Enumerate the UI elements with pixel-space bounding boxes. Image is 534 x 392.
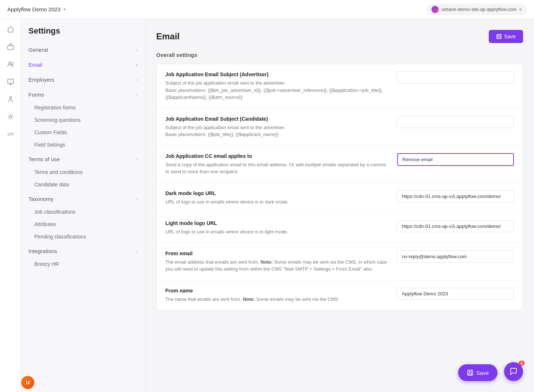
nav-section-general: General › (21, 43, 145, 57)
field-input-from-email[interactable] (397, 251, 514, 263)
nav-section-terms-of-use: Terms of use › Terms and conditions Cand… (21, 152, 145, 191)
field-label-candidate: Job Application Email Subject (Candidate… (165, 116, 397, 138)
nav-section-email-header[interactable]: Email › (21, 58, 145, 71)
overall-settings-label: Overall settings (156, 52, 523, 58)
sidebar-item-pending-classifications[interactable]: Pending classifications (21, 230, 145, 243)
topbar: Applyflow Demo 2023 ▾ urbane-demo-site.a… (0, 0, 534, 19)
nav-section-general-header[interactable]: General › (21, 43, 145, 57)
nav-section-integrations-chevron: › (136, 249, 138, 254)
save-button-top[interactable]: Save (489, 30, 523, 43)
sidebar-item-terms-and-conditions[interactable]: Terms and conditions (21, 166, 145, 178)
nav-section-taxonomy-header[interactable]: Taxonomy › (21, 192, 145, 206)
field-title-dark-logo: Dark mode logo URL (165, 190, 388, 196)
main-content: Email Save Overall settings Job Applicat… (145, 19, 534, 392)
field-label-from-name: From name The name that emails are sent … (165, 288, 397, 303)
nav-section-email: Email › (21, 58, 145, 71)
field-input-cc-email[interactable] (397, 153, 514, 166)
field-input-block-candidate (397, 116, 514, 128)
svg-rect-3 (8, 79, 14, 84)
chat-badge: 6 (519, 361, 525, 366)
email-settings-card: Job Application Email Subject (Advertise… (156, 64, 523, 310)
chat-button[interactable]: 6 (504, 362, 523, 381)
topbar-title: Applyflow Demo 2023 (7, 6, 61, 12)
field-row-candidate: Job Application Email Subject (Candidate… (157, 109, 523, 146)
field-label-from-email: From email The email address that emails… (165, 251, 397, 273)
field-input-block-from-email (397, 251, 514, 263)
nav-home-icon[interactable] (3, 22, 18, 36)
sidebar-item-breezy-hr[interactable]: Breezy HR (21, 258, 145, 270)
floating-save-label: Save (476, 370, 489, 376)
field-input-block-advertiser (397, 71, 514, 84)
nav-section-employers-header[interactable]: Employers › (21, 73, 145, 86)
icon-sidebar (0, 0, 21, 392)
field-row-light-logo: Light mode logo URL URL of logo to use i… (157, 213, 523, 243)
nav-section-integrations-header[interactable]: Integrations › (21, 244, 145, 258)
nav-section-forms-header[interactable]: Forms › (21, 88, 145, 101)
nav-section-taxonomy-label: Taxonomy (28, 196, 53, 202)
sidebar-item-attributes[interactable]: Attributes (21, 218, 145, 230)
avatar[interactable]: U (21, 376, 34, 389)
field-title-light-logo: Light mode logo URL (165, 220, 388, 226)
nav-person-icon[interactable] (3, 92, 18, 106)
field-row-from-email: From email The email address that emails… (157, 243, 523, 280)
field-input-dark-logo[interactable] (397, 190, 514, 202)
topbar-right[interactable]: urbane-demo-site.ap.applyflow.com ▾ (426, 4, 527, 15)
nav-section-general-label: General (28, 47, 48, 53)
sidebar-item-screening-questions[interactable]: Screening questions (21, 114, 145, 126)
nav-section-terms-chevron: › (136, 157, 138, 162)
field-title-from-email: From email (165, 251, 388, 256)
field-desc-advertiser: Subject of the job application email sen… (165, 79, 388, 101)
field-input-light-logo[interactable] (397, 220, 514, 232)
nav-section-email-label: Email (28, 62, 42, 68)
sidebar-item-job-classifications[interactable]: Job classifications (21, 206, 145, 218)
field-title-advertiser: Job Application Email Subject (Advertise… (165, 71, 388, 77)
nav-section-terms-label: Terms of use (28, 156, 60, 162)
field-title-cc-email: Job Application CC email applies to (165, 153, 388, 159)
field-input-block-from-name (397, 288, 514, 300)
nav-section-employers-chevron: › (136, 77, 138, 82)
field-row-cc-email: Job Application CC email applies to Send… (157, 146, 523, 183)
field-input-from-name[interactable] (397, 288, 514, 300)
field-input-advertiser[interactable] (397, 71, 514, 84)
field-label-dark-logo: Dark mode logo URL URL of logo to use in… (165, 190, 397, 206)
field-input-block-light-logo (397, 220, 514, 232)
field-input-candidate[interactable] (397, 116, 514, 128)
sidebar-item-field-settings[interactable]: Field Settings (21, 139, 145, 151)
svg-point-5 (9, 116, 12, 118)
floating-save-button[interactable]: Save (458, 364, 497, 381)
settings-title: Settings (21, 26, 145, 43)
field-row-dark-logo: Dark mode logo URL URL of logo to use in… (157, 183, 523, 213)
topbar-chevron[interactable]: ▾ (64, 7, 66, 12)
nav-section-forms-label: Forms (28, 92, 44, 98)
settings-nav: Settings General › Email › Employers › F… (21, 19, 145, 392)
nav-monitor-icon[interactable] (3, 74, 18, 89)
field-desc-candidate: Subject of the job application email sen… (165, 124, 388, 138)
field-row-advertiser: Job Application Email Subject (Advertise… (157, 64, 523, 109)
field-input-block-cc-email (397, 153, 514, 166)
nav-section-taxonomy: Taxonomy › Job classifications Attribute… (21, 192, 145, 243)
field-label-advertiser: Job Application Email Subject (Advertise… (165, 71, 397, 101)
sidebar-item-candidate-data[interactable]: Candidate data (21, 178, 145, 191)
nav-section-terms-header[interactable]: Terms of use › (21, 152, 145, 166)
field-input-block-dark-logo (397, 190, 514, 202)
field-label-light-logo: Light mode logo URL URL of logo to use i… (165, 220, 397, 236)
field-desc-from-email: The email address that emails are sent f… (165, 259, 388, 273)
field-desc-cc-email: Send a copy of the application email to … (165, 161, 388, 175)
nav-users-icon[interactable] (3, 57, 18, 71)
nav-section-forms-chevron: › (136, 92, 138, 97)
site-logo (431, 6, 439, 13)
field-desc-dark-logo: URL of logo to use in emails where devic… (165, 198, 388, 206)
nav-section-integrations: Integrations › Breezy HR (21, 244, 145, 270)
nav-briefcase-icon[interactable] (3, 39, 18, 54)
nav-code-icon[interactable] (3, 127, 18, 141)
sidebar-item-registration-forms[interactable]: Registration forms (21, 101, 145, 114)
nav-section-email-chevron: › (136, 62, 138, 67)
save-button-top-label: Save (504, 34, 516, 39)
site-url: urbane-demo-site.ap.applyflow.com (442, 7, 516, 12)
field-desc-light-logo: URL of logo to use in emails where devic… (165, 228, 388, 236)
topbar-left: Applyflow Demo 2023 ▾ (7, 6, 66, 12)
svg-point-2 (9, 62, 11, 64)
field-title-candidate: Job Application Email Subject (Candidate… (165, 116, 388, 122)
sidebar-item-custom-fields[interactable]: Custom Fields (21, 126, 145, 139)
nav-settings-icon[interactable] (3, 109, 18, 124)
